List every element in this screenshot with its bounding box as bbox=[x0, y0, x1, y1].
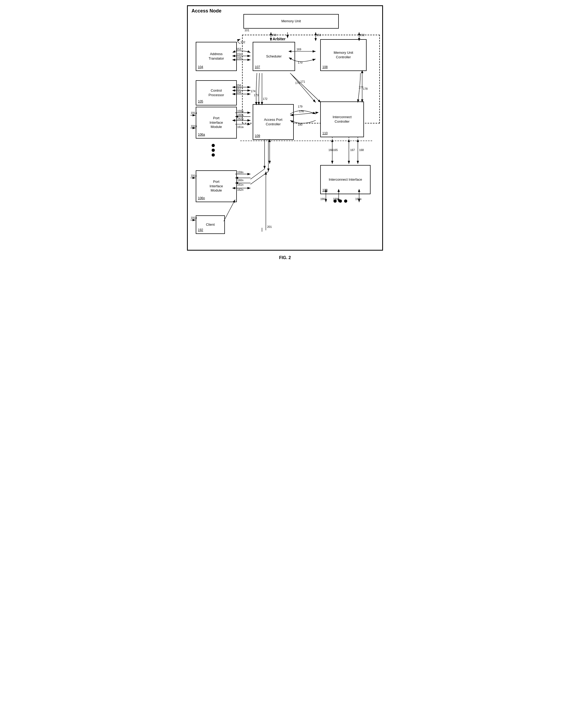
access-port-controller-box: Access PortController 109 bbox=[253, 104, 294, 140]
svg-text:161a: 161a bbox=[237, 125, 244, 129]
svg-text:165: 165 bbox=[333, 148, 338, 152]
interconnect-interface-box: Interconnect Interface 103 bbox=[320, 165, 370, 194]
svg-line-87 bbox=[224, 200, 235, 222]
dots-pim bbox=[212, 144, 215, 157]
client-box: Client 192 bbox=[196, 215, 225, 234]
svg-text:168: 168 bbox=[359, 148, 364, 152]
svg-text:167: 167 bbox=[350, 148, 355, 152]
port-interface-module-a-box: PortInterfaceModule 106a bbox=[196, 107, 237, 139]
address-translator-box: AddressTranslator 104 bbox=[196, 42, 237, 71]
dots-interconnect bbox=[333, 200, 347, 203]
svg-text:166: 166 bbox=[328, 148, 333, 152]
diagram-inner: Memory Unit 101 Arbiter AddressTranslato… bbox=[191, 14, 379, 247]
arbiter-label: Arbiter bbox=[273, 37, 286, 41]
svg-text:154: 154 bbox=[237, 52, 242, 56]
svg-text:159n: 159n bbox=[237, 171, 244, 174]
svg-text:158: 158 bbox=[237, 90, 241, 94]
interconnect-controller-box: InterconnectController 110 bbox=[320, 101, 364, 137]
access-node-label: Access Node bbox=[192, 8, 222, 14]
svg-text:201: 201 bbox=[267, 225, 272, 228]
port-interface-module-n-box: PortInterfaceModule 106n bbox=[196, 170, 237, 202]
memory-unit-box: Memory Unit bbox=[243, 14, 339, 29]
svg-text:190n: 190n bbox=[355, 197, 361, 201]
svg-text:153: 153 bbox=[237, 47, 241, 51]
scheduler-box: Scheduler 107 bbox=[253, 42, 295, 71]
svg-text:157: 157 bbox=[237, 87, 241, 90]
svg-text:161n: 161n bbox=[237, 183, 244, 186]
page-container: Access Node Memory Unit 101 Arbiter Addr… bbox=[184, 5, 386, 260]
svg-text:162n: 162n bbox=[237, 188, 244, 191]
figure-label: FIG. 2 bbox=[279, 255, 291, 260]
svg-text:155: 155 bbox=[237, 56, 242, 60]
svg-text:160n: 160n bbox=[237, 179, 244, 182]
svg-text:156: 156 bbox=[237, 84, 241, 87]
svg-line-76 bbox=[251, 172, 269, 184]
svg-text:190a: 190a bbox=[320, 197, 327, 201]
memory-unit-controller-box: Memory UnitController 108 bbox=[320, 39, 366, 71]
diagram-outer: Access Node Memory Unit 101 Arbiter Addr… bbox=[187, 5, 383, 251]
svg-line-74 bbox=[251, 169, 265, 179]
ref-101: 101 bbox=[245, 29, 249, 32]
control-processor-box: ControlProcessor 105 bbox=[196, 80, 237, 105]
